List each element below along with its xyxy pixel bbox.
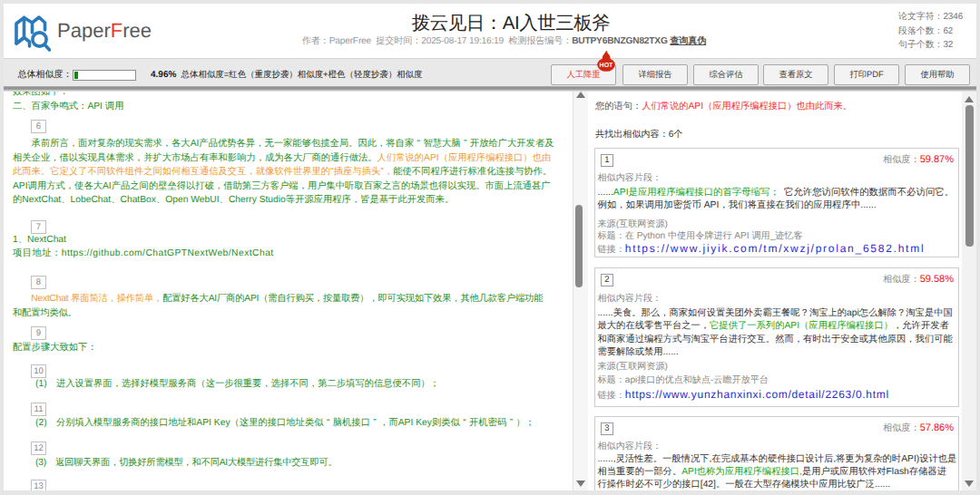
svg-text:HOT: HOT: [600, 63, 614, 69]
